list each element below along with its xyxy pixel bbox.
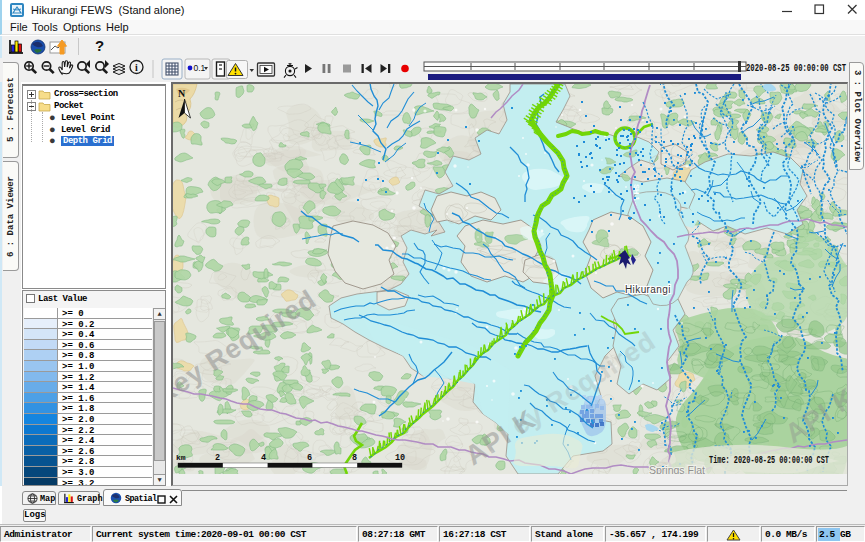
svg-text:0.1: 0.1 <box>194 63 206 73</box>
svg-text:10: 10 <box>395 453 405 463</box>
svg-text:i: i <box>135 62 138 73</box>
svg-text:SH 1: SH 1 <box>632 184 641 201</box>
svg-text:4: 4 <box>261 453 266 463</box>
svg-text:N: N <box>178 88 186 99</box>
svg-text:8: 8 <box>352 453 357 463</box>
svg-text:Springs Flat: Springs Flat <box>649 464 705 474</box>
svg-text:Time: 2020-08-25 00:00:00 CST: Time: 2020-08-25 00:00:00 CST <box>709 455 829 466</box>
svg-text:Hikurangi: Hikurangi <box>625 284 671 295</box>
svg-text:6: 6 <box>307 453 312 463</box>
svg-text:2: 2 <box>215 453 220 463</box>
svg-text:km: km <box>176 453 186 462</box>
svg-text:2020-08-25 00:00:00 CST: 2020-08-25 00:00:00 CST <box>746 63 846 74</box>
